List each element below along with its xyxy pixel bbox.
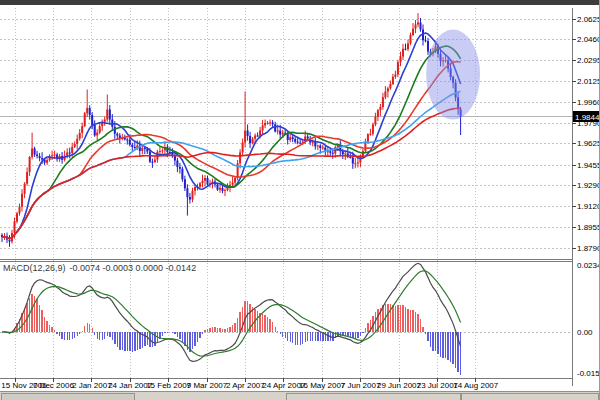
x-axis-label: 2 Jan 2007 [72, 381, 112, 390]
highlight-ellipse [426, 30, 480, 120]
price-axis-label: 2.0460 [577, 35, 600, 44]
bottom-tab-1[interactable] [1, 393, 135, 400]
x-axis-label: 29 Jun 2007 [377, 381, 422, 390]
price-axis-label: 1.8955 [577, 223, 600, 232]
price-axis-label: 1.9455 [577, 161, 600, 170]
macd-axis-zero-label: 0.00 [577, 328, 593, 337]
price-axis-label: 1.8790 [577, 244, 600, 253]
price-axis-label: 2.0625 [577, 15, 600, 24]
macd-indicator-label: MACD(12,26,9)-0.0074 -0.0003 0.0000 -0.0… [3, 263, 200, 273]
bottom-tab-2[interactable] [286, 393, 461, 400]
bottom-tab-3[interactable] [461, 393, 599, 400]
price-axis-label: 1.9625 [577, 139, 600, 148]
macd-label-text: MACD(12,26,9) [3, 263, 66, 273]
price-axis-label: 2.0125 [577, 77, 600, 86]
macd-axis-top-label: 0.0234 [577, 261, 600, 270]
price-axis-label: 1.9960 [577, 98, 600, 107]
x-axis-label: 15 Feb 2007 [146, 381, 191, 390]
x-axis-label: 14 Aug 2007 [453, 381, 498, 390]
x-axis-label: 2 Apr 2007 [226, 381, 265, 390]
price-axis-label: 1.9120 [577, 202, 600, 211]
chart-canvas: 2.06252.04602.02952.01251.99601.97901.96… [0, 5, 600, 391]
price-axis-label: 2.0295 [577, 56, 600, 65]
x-axis-label: 23 Jul 2007 [417, 381, 459, 390]
x-axis-label: 16 May 2007 [299, 381, 346, 390]
x-axis-label: 7 Jun 2007 [341, 381, 381, 390]
macd-plot-area[interactable] [0, 262, 572, 378]
chart-window: 2.06252.04602.02952.01251.99601.97901.96… [0, 0, 600, 400]
x-axis-label: 9 Mar 2007 [187, 381, 228, 390]
chart-area: 2.06252.04602.02952.01251.99601.97901.96… [0, 5, 600, 391]
macd-axis-bottom-label: -0.015 [577, 369, 600, 378]
price-axis-label: 1.9290 [577, 181, 600, 190]
macd-values-text: -0.0074 -0.0003 0.0000 -0.0142 [70, 263, 197, 273]
bottom-strip [0, 391, 600, 400]
x-axis-label: 7 Dec 2006 [33, 381, 74, 390]
current-price-tag-text: 1.9844 [575, 113, 600, 122]
